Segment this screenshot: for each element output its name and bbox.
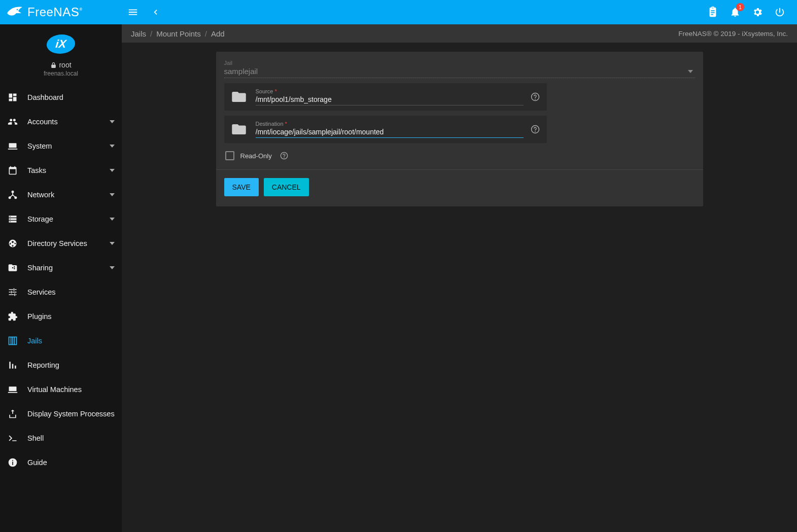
sidebar-item-virtual-machines[interactable]: Virtual Machines (0, 377, 122, 402)
sidebar-item-label: Directory Services (27, 239, 110, 247)
laptop-icon (7, 384, 18, 395)
chevron-down-icon (110, 145, 115, 148)
topbar-right: 1 (702, 1, 797, 23)
sidebar-item-directory-services[interactable]: Directory Services (0, 231, 122, 256)
jail-label: Jail (224, 60, 695, 66)
clipboard-button[interactable] (702, 1, 724, 23)
sidebar-item-label: Services (27, 288, 115, 296)
lock-icon (50, 62, 57, 68)
shark-icon (6, 5, 24, 19)
chevron-down-icon (110, 193, 115, 196)
source-input[interactable] (256, 94, 524, 105)
gear-icon (752, 7, 763, 18)
dashboard-icon (7, 92, 18, 103)
sidebar-item-shell[interactable]: Shell (0, 426, 122, 450)
readonly-row: Read-Only (224, 148, 695, 169)
sidebar-item-label: Network (27, 191, 110, 199)
sidebar-item-label: Shell (27, 434, 115, 442)
clipboard-icon (707, 7, 718, 18)
sidebar-item-label: Jails (27, 337, 115, 345)
sidebar-item-guide[interactable]: Guide (0, 450, 122, 475)
notifications-button[interactable]: 1 (724, 1, 746, 23)
svg-point-1 (12, 191, 14, 193)
svg-point-9 (14, 266, 15, 268)
destination-input[interactable] (256, 127, 524, 138)
help-icon[interactable] (531, 92, 540, 101)
sidebar-item-system[interactable]: System (0, 134, 122, 158)
sidebar-item-storage[interactable]: Storage (0, 207, 122, 231)
storage-icon (7, 214, 18, 225)
svg-point-4 (10, 216, 11, 217)
terminal-icon (7, 433, 18, 444)
svg-point-0 (17, 9, 18, 11)
power-button[interactable] (769, 1, 791, 23)
sidebar-item-label: Storage (27, 215, 110, 223)
topbar: FreeNAS® 1 (0, 0, 797, 24)
breadcrumb: Jails / Mount Points / Add FreeNAS® © 20… (122, 24, 797, 43)
sidebar-item-label: Plugins (27, 312, 115, 321)
save-button[interactable]: SAVE (224, 178, 259, 196)
readonly-checkbox[interactable] (225, 151, 234, 160)
sidebar-item-services[interactable]: Services (0, 280, 122, 304)
sidebar-item-label: Sharing (27, 264, 110, 272)
bar-chart-icon (7, 360, 18, 371)
source-row: Source * (224, 83, 547, 111)
back-button[interactable] (144, 1, 166, 23)
dropdown-icon (688, 70, 693, 73)
share-folder-icon (7, 262, 18, 273)
info-icon (7, 457, 18, 468)
svg-point-2 (9, 197, 11, 199)
soccer-icon (7, 238, 18, 249)
content: Jails / Mount Points / Add FreeNAS® © 20… (122, 24, 797, 532)
button-row: SAVE CANCEL (224, 170, 695, 204)
sidebar-item-display-system-processes[interactable]: Display System Processes (0, 402, 122, 426)
calendar-icon (7, 165, 18, 176)
sidebar-item-label: Accounts (27, 118, 110, 126)
chevron-down-icon (110, 266, 115, 269)
sidebar-item-accounts[interactable]: Accounts (0, 110, 122, 134)
cancel-button[interactable]: CANCEL (264, 178, 309, 196)
breadcrumb-add: Add (211, 29, 225, 38)
breadcrumb-sep: / (150, 29, 152, 38)
breadcrumb-jails[interactable]: Jails (131, 29, 146, 38)
copyright: FreeNAS® © 2019 - iXsystems, Inc. (678, 30, 788, 38)
jail-value: samplejail (224, 67, 258, 76)
sidebar-item-label: Dashboard (27, 93, 115, 101)
svg-point-3 (15, 197, 17, 199)
ix-logo: iX (46, 34, 76, 54)
jail-field[interactable]: Jail samplejail (224, 60, 695, 78)
help-icon[interactable] (280, 152, 288, 160)
chevron-left-icon (150, 7, 160, 17)
menu-icon (127, 7, 138, 18)
svg-point-6 (10, 221, 11, 222)
brand-area: FreeNAS® (0, 5, 122, 19)
sidebar-item-network[interactable]: Network (0, 183, 122, 207)
readonly-label: Read-Only (240, 152, 272, 160)
sidebar-item-label: Tasks (27, 166, 110, 174)
svg-point-8 (12, 267, 14, 269)
folder-icon[interactable] (231, 90, 247, 103)
chevron-down-icon (110, 169, 115, 172)
sidebar-item-tasks[interactable]: Tasks (0, 158, 122, 183)
folder-icon[interactable] (231, 123, 247, 136)
svg-point-5 (10, 219, 11, 220)
help-icon[interactable] (531, 125, 540, 134)
sidebar-item-label: Display System Processes (27, 410, 115, 418)
sidebar-item-reporting[interactable]: Reporting (0, 353, 122, 377)
hostname: freenas.local (44, 70, 78, 77)
breadcrumb-mountpoints[interactable]: Mount Points (156, 29, 201, 38)
settings-button[interactable] (746, 1, 769, 23)
jail-icon (7, 335, 18, 346)
menu-button[interactable] (122, 1, 144, 23)
sidebar-item-dashboard[interactable]: Dashboard (0, 85, 122, 110)
topbar-left (122, 1, 166, 23)
svg-point-10 (14, 268, 15, 269)
sidebar-item-sharing[interactable]: Sharing (0, 256, 122, 280)
brand-text: FreeNAS® (27, 5, 83, 19)
tune-icon (7, 287, 18, 298)
sidebar-item-plugins[interactable]: Plugins (0, 304, 122, 329)
extension-icon (7, 311, 18, 322)
sidebar-item-jails[interactable]: Jails (0, 329, 122, 353)
username: root (59, 61, 71, 69)
chevron-down-icon (110, 218, 115, 221)
